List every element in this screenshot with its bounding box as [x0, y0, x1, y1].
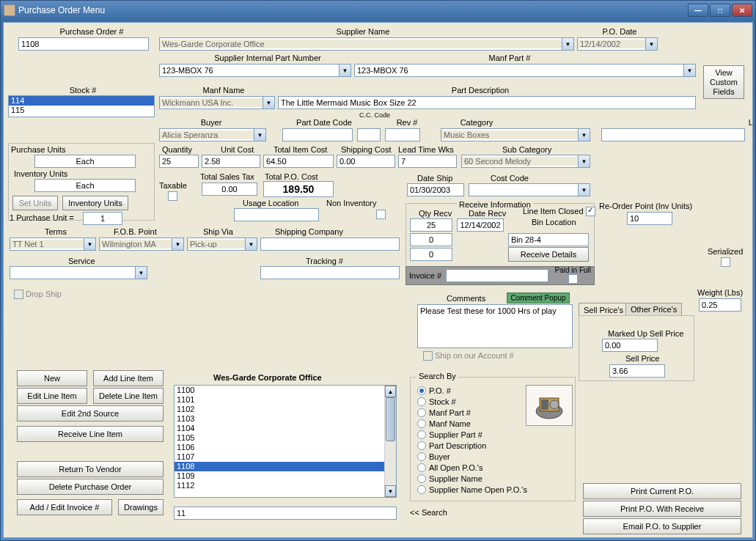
rev-input[interactable] [385, 128, 420, 141]
buyer-combo[interactable]: Alicia Speranza▼ [159, 128, 266, 141]
search-radio[interactable] [417, 452, 426, 461]
pu-eq-input[interactable] [83, 212, 122, 225]
print-recv-button[interactable]: Print P.O. With Receive [583, 501, 741, 517]
new-button[interactable]: New [17, 370, 87, 386]
lead-time-input[interactable] [398, 155, 457, 168]
purchase-units-input[interactable] [34, 155, 136, 168]
qty-recv-3[interactable] [410, 248, 452, 261]
list-item[interactable]: 1104 [175, 424, 396, 433]
titlebar[interactable]: Purchase Order Menu — □ ✕ [1, 1, 755, 20]
search-radio[interactable] [417, 419, 426, 428]
cost-code-combo[interactable]: ▼ [469, 183, 590, 196]
delete-po-button[interactable]: Delete Purchase Order [17, 479, 164, 495]
date-ship-input[interactable] [407, 183, 464, 196]
unit-cost-input[interactable] [202, 155, 260, 168]
search-radio[interactable] [417, 386, 426, 395]
sub-category-combo[interactable]: 60 Second Melody▼ [461, 155, 590, 168]
reorder-input[interactable] [627, 212, 672, 225]
search-radio[interactable] [417, 408, 426, 417]
weight-input[interactable] [699, 298, 741, 312]
search-radio[interactable] [417, 485, 426, 494]
receive-details-button[interactable]: Receive Details [508, 247, 589, 262]
cc-code-input[interactable] [357, 128, 381, 141]
list-item[interactable]: 1112 [175, 481, 396, 490]
print-po-button[interactable]: Print Current P.O. [583, 483, 741, 499]
search-radio-label[interactable]: All Open P.O.'s [429, 463, 482, 472]
bin-loc-input[interactable] [508, 233, 589, 246]
edit-2nd-source-button[interactable]: Edit 2nd Source [17, 405, 164, 422]
marked-up-input[interactable] [602, 339, 658, 352]
list-item[interactable]: 1100 [175, 386, 396, 395]
manf-part-combo[interactable]: 123-MBOX 76▼ [354, 64, 696, 77]
search-radio-label[interactable]: Buyer [429, 452, 450, 461]
total-tax-input[interactable] [202, 183, 257, 196]
list-item[interactable]: 1101 [175, 395, 396, 405]
search-radio-label[interactable]: Stock # [429, 397, 456, 406]
view-custom-fields-button[interactable]: View Custom Fields [703, 65, 744, 99]
scroll-up-icon[interactable]: ▲ [385, 386, 396, 397]
lot-input[interactable] [601, 128, 745, 141]
list-item[interactable]: 1102 [175, 405, 396, 414]
qty-recv-2[interactable] [410, 233, 452, 246]
search-radio-label[interactable]: Supplier Part # [429, 430, 482, 439]
scrollbar[interactable]: ▲ ▼ [384, 386, 396, 497]
search-radio-label[interactable]: Supplier Name Open P.O.'s [429, 485, 527, 494]
manf-name-combo[interactable]: Wickmann USA Inc.▼ [159, 96, 275, 109]
quantity-input[interactable] [159, 155, 199, 168]
non-inventory-checkbox[interactable] [376, 210, 386, 219]
comment-popup-button[interactable]: Comment Popup [507, 292, 570, 303]
close-button[interactable]: ✕ [732, 4, 752, 17]
tab-sell-prices[interactable]: Sell Price's [579, 303, 628, 316]
list-item[interactable]: 1109 [175, 471, 396, 481]
list-item[interactable]: 115 [9, 106, 154, 115]
list-item[interactable]: 1103 [175, 414, 396, 424]
terms-combo[interactable]: TT Net 1▼ [10, 238, 96, 251]
search-radio-label[interactable]: Manf Name [429, 419, 471, 428]
return-vendor-button[interactable]: Return To Vendor [17, 461, 164, 477]
tracking-input[interactable] [260, 266, 400, 279]
po-date-combo[interactable]: 12/14/2002▼ [577, 37, 658, 51]
search-radio[interactable] [417, 463, 426, 472]
delete-line-button[interactable]: Delete Line Item [93, 388, 164, 404]
sell-price-input[interactable] [609, 364, 665, 378]
receive-line-button[interactable]: Receive Line Item [17, 426, 164, 442]
search-radio[interactable] [417, 441, 426, 450]
stock-listbox[interactable]: 114115 [8, 95, 155, 117]
po-listbox[interactable]: 1100110111021103110411051106110711081109… [174, 385, 397, 498]
drawings-button[interactable]: Drawings [118, 499, 164, 515]
total-po-input[interactable] [263, 181, 334, 197]
search-radio[interactable] [417, 430, 426, 439]
inventory-units-button[interactable]: Inventory Units [62, 196, 128, 210]
supplier-name-combo[interactable]: Wes-Garde Corporate Office▼ [159, 37, 574, 51]
add-invoice-button[interactable]: Add / Edit Invoice # [17, 499, 112, 515]
search-radio[interactable] [417, 397, 426, 406]
date-recv-input[interactable] [457, 218, 504, 232]
search-label[interactable]: << Search [410, 508, 447, 517]
list-item[interactable]: 114 [9, 96, 154, 106]
comments-textarea[interactable]: Please Test these for 1000 Hrs of play [417, 304, 573, 348]
po-num-input[interactable] [18, 37, 149, 51]
service-combo[interactable]: ▼ [10, 266, 147, 279]
ship-via-combo[interactable]: Pick-up▼ [187, 238, 257, 251]
maximize-button[interactable]: □ [710, 4, 730, 17]
shipping-cost-input[interactable] [337, 155, 395, 168]
part-date-code-input[interactable] [282, 128, 353, 141]
minimize-button[interactable]: — [688, 4, 708, 17]
search-radio-label[interactable]: P.O. # [429, 386, 451, 395]
list-item[interactable]: 1105 [175, 433, 396, 443]
paid-in-full-checkbox[interactable] [568, 274, 578, 284]
line-closed-checkbox[interactable] [586, 207, 595, 216]
set-units-button[interactable]: Set Units [12, 196, 58, 210]
scroll-down-icon[interactable]: ▼ [385, 485, 396, 497]
serialized-checkbox[interactable] [721, 257, 730, 267]
usage-loc-input[interactable] [234, 208, 319, 221]
list-item[interactable]: 1106 [175, 443, 396, 452]
search-radio-label[interactable]: Part Description [429, 441, 486, 450]
list-item[interactable]: 1108 [175, 462, 396, 471]
taxable-checkbox[interactable] [168, 191, 177, 201]
inv-units-input[interactable] [34, 179, 136, 192]
email-po-button[interactable]: Email P.O. to Supplier [583, 518, 741, 534]
list-item[interactable]: 1107 [175, 452, 396, 462]
search-radio-label[interactable]: Supplier Name [429, 474, 482, 483]
search-input[interactable] [174, 507, 397, 520]
